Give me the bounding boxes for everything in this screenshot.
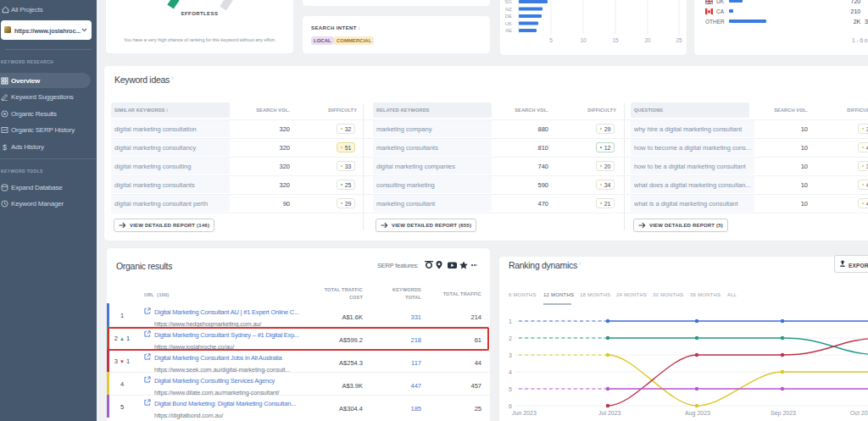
- svg-text:Oct 202: Oct 202: [850, 410, 868, 416]
- svg-text:2: 2: [509, 335, 512, 341]
- svg-text:20: 20: [644, 37, 651, 43]
- svg-text:15: 15: [612, 37, 619, 43]
- svg-text:NZ: NZ: [505, 7, 512, 12]
- svg-text:10: 10: [580, 37, 587, 43]
- svg-text:5: 5: [549, 37, 553, 43]
- svg-text:Sep 2023: Sep 2023: [771, 410, 796, 417]
- svg-text:DE: DE: [505, 14, 512, 19]
- svg-text:UK: UK: [505, 21, 512, 26]
- svg-text:1: 1: [509, 319, 512, 324]
- svg-text:SG: SG: [504, 0, 512, 4]
- svg-text:Aug 2023: Aug 2023: [685, 410, 710, 417]
- svg-text:AE: AE: [505, 28, 512, 33]
- svg-text:3: 3: [509, 352, 512, 358]
- svg-text:5: 5: [509, 386, 512, 392]
- svg-text:$: $: [3, 143, 7, 151]
- svg-text:25: 25: [676, 37, 682, 43]
- svg-text:Jul 2023: Jul 2023: [598, 410, 621, 416]
- svg-text:Jun 2023: Jun 2023: [512, 410, 537, 416]
- svg-text:4: 4: [509, 369, 512, 375]
- svg-text:6: 6: [509, 403, 512, 409]
